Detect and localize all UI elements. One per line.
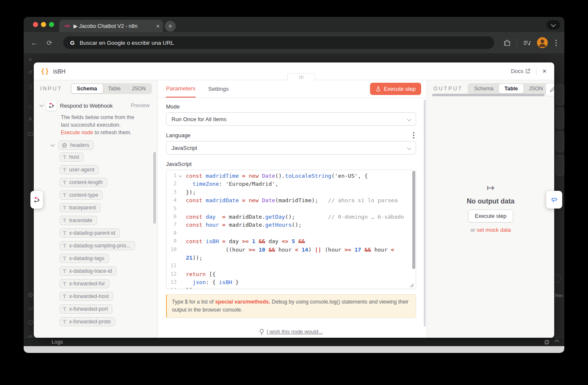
- tab-settings[interactable]: Settings: [208, 80, 229, 98]
- profile-avatar[interactable]: [537, 37, 548, 48]
- help-icon[interactable]: ?: [27, 320, 34, 326]
- schema-field-pill[interactable]: Tuser-agent: [60, 165, 99, 174]
- media-controls-icon[interactable]: [523, 40, 531, 46]
- schema-field-pill[interactable]: Ttracestate: [60, 216, 97, 225]
- home-icon[interactable]: ⌂: [27, 103, 34, 110]
- browser-toolbar: ← ⟳ G Buscar en Google o escribir una UR…: [24, 32, 564, 53]
- schema-field-pill[interactable]: Tcontent-type: [60, 190, 103, 200]
- schema-field-pill[interactable]: Thost: [60, 152, 84, 162]
- no-output-title: No output data: [467, 198, 514, 205]
- line-number-gutter: 9: [166, 237, 186, 245]
- text-type-icon: T: [63, 205, 66, 211]
- code-line: 13 json: { isBH }: [166, 278, 416, 286]
- insights-chart-icon[interactable]: [27, 306, 34, 312]
- schema-field-pill[interactable]: Tx-forwarded-for: [60, 279, 109, 288]
- execute-node-link[interactable]: Execute node: [61, 130, 93, 136]
- tab-search-button[interactable]: [547, 20, 560, 30]
- panel-icon[interactable]: ▯: [27, 83, 34, 89]
- code-node-icon: { }: [41, 67, 49, 76]
- schema-field-pill[interactable]: Tx-forwarded-port: [60, 304, 112, 314]
- output-tab-table[interactable]: Table: [499, 84, 523, 93]
- pencil-icon: [550, 87, 555, 92]
- tab-parameters[interactable]: Parameters: [166, 80, 196, 98]
- language-select[interactable]: JavaScript: [166, 141, 416, 155]
- output-tab-schema[interactable]: Schema: [468, 84, 499, 93]
- schema-field-pill[interactable]: Tx-datadog-sampling-prio...: [60, 241, 135, 250]
- expand-logs-icon[interactable]: [554, 339, 559, 344]
- output-tab-json[interactable]: JSON: [523, 84, 548, 93]
- extensions-icon[interactable]: [504, 39, 511, 46]
- schema-field-pill[interactable]: Tx-datadog-tags: [60, 254, 109, 263]
- back-icon[interactable]: ←: [30, 38, 39, 47]
- node-tabs-row: Parameters Settings Execute step: [158, 80, 427, 98]
- code-editor[interactable]: 1const madridTime = new Date().toLocaleS…: [166, 170, 416, 289]
- schema-field-pill[interactable]: Tx-datadog-parent-id: [60, 228, 120, 238]
- output-horizontal-scrollbar[interactable]: [432, 94, 544, 96]
- collapse-caret-icon[interactable]: [40, 103, 44, 107]
- mode-select[interactable]: Run Once for All Items: [166, 112, 416, 126]
- language-label: Language: [166, 132, 191, 138]
- input-node-row[interactable]: Respond to Webhook Preview: [34, 97, 157, 113]
- text-type-icon: T: [63, 230, 66, 236]
- line-number-gutter: 12: [166, 270, 186, 278]
- headers-object-pill[interactable]: headers: [58, 141, 94, 150]
- reload-icon[interactable]: ⟳: [45, 39, 54, 47]
- minimize-window-button[interactable]: [41, 22, 46, 27]
- close-window-button[interactable]: [33, 22, 38, 27]
- wish-node-link[interactable]: I wish this node would...: [166, 329, 416, 335]
- line-number-gutter: 3: [166, 188, 186, 196]
- input-node-flyout-tab[interactable]: [30, 191, 43, 209]
- input-tab-table[interactable]: Table: [103, 84, 126, 93]
- user-icon[interactable]: [27, 117, 34, 123]
- docs-link[interactable]: Docs: [511, 68, 530, 74]
- close-modal-icon[interactable]: ×: [542, 68, 547, 75]
- input-node-name: Respond to Webhook: [60, 103, 113, 109]
- schema-field-pill[interactable]: Tx-forwarded-host: [60, 292, 113, 301]
- window-bottom-bar: [24, 346, 564, 353]
- collapse-caret-icon[interactable]: [51, 143, 55, 147]
- tips-flyout-tab[interactable]: [546, 191, 562, 209]
- line-number-gutter: 2: [166, 180, 186, 188]
- node-title[interactable]: isBH: [53, 68, 66, 75]
- schema-field-pill[interactable]: Tx-datadog-trace-id: [60, 266, 117, 276]
- text-type-icon: T: [63, 281, 66, 287]
- url-bar[interactable]: G Buscar en Google o escribir una URL: [63, 36, 494, 49]
- folder-icon[interactable]: [27, 131, 34, 137]
- maximize-window-button[interactable]: [49, 22, 54, 27]
- logs-panel-header[interactable]: Logs: [24, 337, 564, 346]
- pop-out-icon[interactable]: [544, 340, 549, 344]
- parameter-options-icon[interactable]: [411, 132, 416, 138]
- background-node-card: [556, 155, 564, 176]
- input-tab-schema[interactable]: Schema: [71, 84, 103, 93]
- schema-field-pill[interactable]: Tx-forwarded-proto: [60, 317, 115, 326]
- special-vars-link[interactable]: special vars/methods.: [215, 299, 270, 305]
- input-tab-json[interactable]: JSON: [126, 84, 151, 93]
- editor-resize-handle[interactable]: [410, 283, 414, 287]
- tab-close-icon[interactable]: ×: [156, 23, 160, 29]
- input-scrollbar[interactable]: [153, 152, 156, 224]
- headers-label: headers: [70, 142, 89, 148]
- code-line: 10 ((hour >= 10 && hour < 14) || (hour >…: [166, 246, 416, 254]
- set-mock-data-link[interactable]: set mock data: [477, 227, 511, 233]
- preview-label[interactable]: Preview: [131, 103, 152, 108]
- browser-tab[interactable]: ▶ Jacobo Chatbot V2 - n8n ×: [59, 20, 163, 32]
- edit-output-button[interactable]: [545, 83, 554, 96]
- new-tab-button[interactable]: +: [165, 21, 176, 32]
- fold-chevron-icon[interactable]: [179, 174, 182, 177]
- google-g-icon: G: [70, 40, 75, 46]
- headers-tree-row[interactable]: headers: [51, 141, 157, 150]
- execute-step-secondary-button[interactable]: Execute step: [468, 209, 513, 222]
- parameters-scrollbar[interactable]: [424, 100, 426, 327]
- browser-menu-icon[interactable]: [554, 40, 558, 46]
- editor-scrollbar[interactable]: [412, 171, 415, 269]
- code-hint-callout: Type $ for a list of special vars/method…: [166, 294, 416, 318]
- history-icon[interactable]: ↺: [27, 69, 34, 76]
- code-line: 8: [166, 229, 416, 237]
- panel-drag-handle[interactable]: [287, 73, 315, 81]
- add-workflow-icon[interactable]: +: [27, 56, 34, 63]
- schema-field-pill[interactable]: Tcontent-length: [60, 178, 107, 187]
- templates-globe-icon[interactable]: [27, 292, 34, 299]
- execute-step-button[interactable]: Execute step: [370, 83, 421, 95]
- browser-window: ▶ Jacobo Chatbot V2 - n8n × + ← ⟳ G Busc…: [24, 17, 564, 353]
- schema-field-pill[interactable]: Ttraceparent: [60, 203, 101, 212]
